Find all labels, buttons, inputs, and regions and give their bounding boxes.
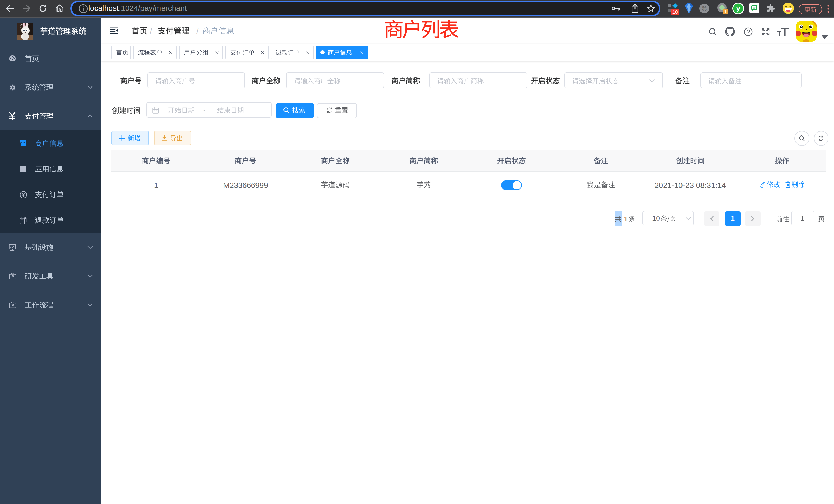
svg-text:y: y bbox=[737, 5, 740, 12]
svg-text:1: 1 bbox=[724, 9, 726, 14]
svg-text:⌘: ⌘ bbox=[702, 5, 707, 12]
svg-text:10: 10 bbox=[672, 9, 678, 15]
